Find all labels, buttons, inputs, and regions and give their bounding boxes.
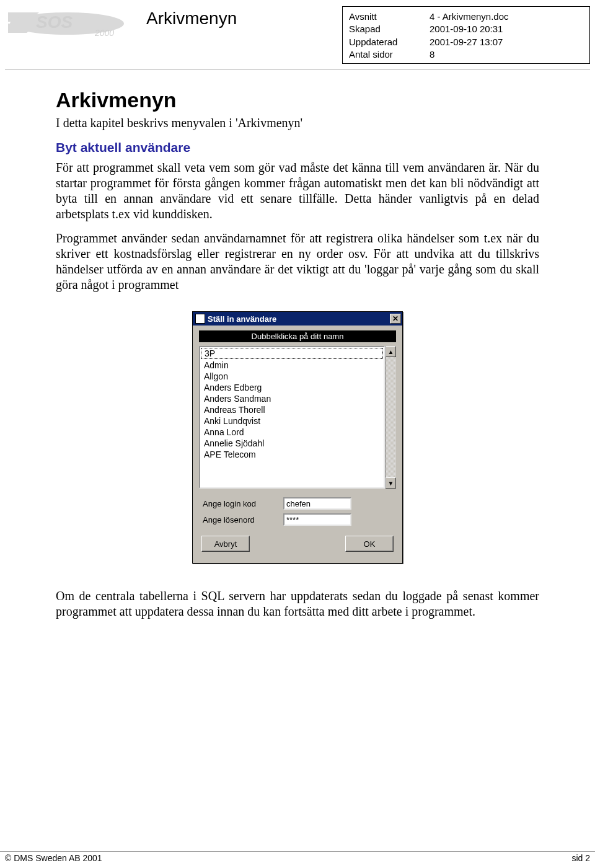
set-user-dialog: Ställ in användare ✕ Dubbelklicka på dit… (192, 311, 403, 564)
meta-label: Antal sidor (349, 48, 430, 61)
paragraph: För att programmet skall veta vem som gö… (56, 160, 539, 222)
dialog-banner: Dubbelklicka på ditt namn (199, 330, 396, 342)
meta-label: Uppdaterad (349, 36, 430, 48)
heading-1: Arkivmenyn (56, 88, 539, 112)
dialog-titlebar[interactable]: Ställ in användare ✕ (193, 312, 402, 326)
page-header: SOS 2000 Arkivmenyn Avsnitt4 - Arkivmeny… (0, 0, 595, 69)
footer-page-number: sid 2 (571, 853, 590, 863)
close-icon[interactable]: ✕ (390, 314, 401, 324)
meta-value: 2001-09-10 20:31 (430, 23, 503, 35)
page-footer: © DMS Sweden AB 2001 sid 2 (0, 851, 595, 863)
scroll-down-icon[interactable]: ▼ (386, 477, 396, 489)
document-meta: Avsnitt4 - Arkivmenyn.doc Skapad2001-09-… (342, 6, 590, 64)
footer-copyright: © DMS Sweden AB 2001 (5, 853, 102, 863)
content: Arkivmenyn I detta kapitel beskrivs meny… (0, 69, 595, 619)
list-item[interactable]: APE Telecom (200, 449, 384, 460)
list-item[interactable]: Admin (200, 360, 384, 371)
heading-2: Byt aktuell användare (56, 140, 539, 155)
paragraph: Programmet använder sedan användarnamnet… (56, 231, 539, 293)
svg-text:2000: 2000 (94, 28, 114, 38)
meta-label: Skapad (349, 23, 430, 35)
cancel-button[interactable]: Avbryt (201, 536, 250, 552)
password-label: Ange lösenord (203, 515, 283, 525)
list-item[interactable]: Anders Edberg (200, 382, 384, 393)
svg-text:SOS: SOS (36, 12, 73, 32)
logo: SOS 2000 (5, 6, 141, 43)
scroll-up-icon[interactable]: ▲ (386, 346, 396, 357)
paragraph: Om de centrala tabellerna i SQL servern … (56, 588, 539, 619)
list-item[interactable]: Andreas Thorell (200, 404, 384, 415)
list-item[interactable]: Anki Lundqvist (200, 415, 384, 427)
intro-text: I detta kapitel beskrivs menyvalen i 'Ar… (56, 116, 539, 130)
scrollbar[interactable]: ▲ ▼ (385, 346, 396, 489)
form-icon (195, 314, 205, 324)
list-item[interactable]: Annelie Sjödahl (200, 438, 384, 449)
meta-value: 8 (430, 48, 434, 61)
meta-value: 2001-09-27 13:07 (430, 36, 503, 48)
list-item[interactable]: Allgon (200, 371, 384, 382)
login-input[interactable] (283, 497, 351, 510)
user-listbox[interactable]: 3P Admin Allgon Anders Edberg Anders San… (199, 346, 385, 489)
meta-value: 4 - Arkivmenyn.doc (430, 11, 509, 23)
list-item[interactable]: Anders Sandman (200, 393, 384, 404)
dialog-title: Ställ in användare (208, 314, 390, 324)
ok-button[interactable]: OK (345, 536, 394, 552)
page-title: Arkivmenyn (146, 9, 237, 29)
scroll-track[interactable] (386, 357, 396, 477)
password-input[interactable] (283, 513, 351, 526)
meta-label: Avsnitt (349, 11, 430, 23)
login-label: Ange login kod (203, 499, 283, 508)
list-item[interactable]: Anna Lord (200, 427, 384, 438)
list-item[interactable]: 3P (201, 348, 383, 359)
